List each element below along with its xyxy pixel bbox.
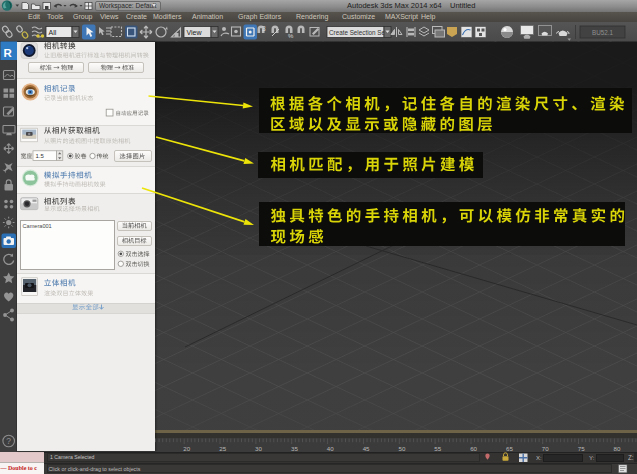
svg-text:45: 45	[363, 445, 370, 452]
svg-text:55: 55	[434, 445, 441, 452]
svg-text:75: 75	[578, 445, 585, 452]
svg-text:80: 80	[614, 445, 621, 452]
svg-text:50: 50	[398, 445, 405, 452]
svg-text:1.5: 1.5	[36, 153, 45, 159]
svg-text:30: 30	[255, 445, 262, 452]
svg-text:20: 20	[183, 445, 190, 452]
svg-text:60: 60	[470, 445, 477, 452]
svg-text:35: 35	[291, 445, 298, 452]
svg-text:40: 40	[327, 445, 334, 452]
svg-text:65: 65	[506, 445, 513, 452]
svg-text:70: 70	[542, 445, 549, 452]
svg-text:25: 25	[219, 445, 226, 452]
svg-text:Z:: Z:	[628, 454, 634, 461]
svg-text:?: ?	[6, 436, 11, 446]
svg-text:R: R	[4, 47, 13, 59]
